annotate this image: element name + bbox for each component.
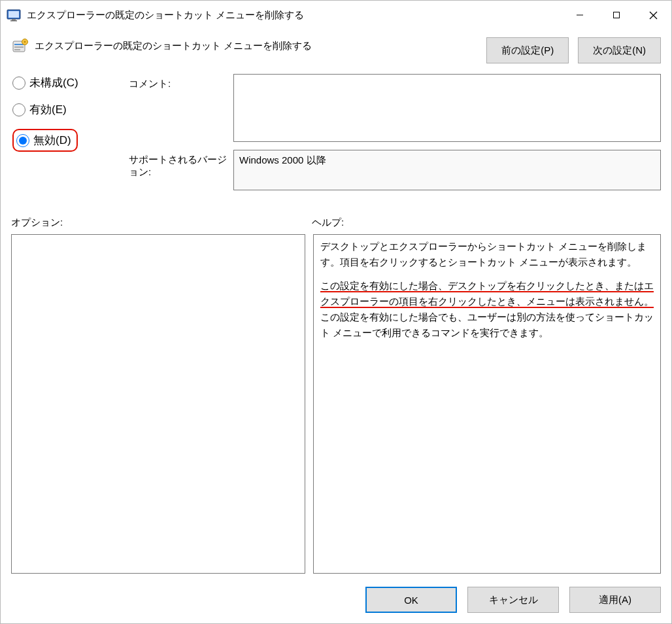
previous-setting-button[interactable]: 前の設定(P) xyxy=(486,37,569,63)
radio-disabled[interactable]: 無効(D) xyxy=(16,133,71,148)
radio-not-configured-label: 未構成(C) xyxy=(29,75,78,90)
close-button[interactable] xyxy=(635,1,671,29)
svg-rect-1 xyxy=(8,11,19,18)
supported-on-box: Windows 2000 以降 xyxy=(233,150,661,190)
panels-row: デスクトップとエクスプローラーからショートカット メニューを削除します。項目を右… xyxy=(11,234,661,574)
radio-disabled-highlight: 無効(D) xyxy=(12,129,78,152)
apply-button[interactable]: 適用(A) xyxy=(569,587,661,613)
svg-rect-2 xyxy=(12,19,16,20)
radio-not-configured-input[interactable] xyxy=(12,77,25,90)
help-paragraph-2b: この設定を有効にした場合でも、ユーザーは別の方法を使ってショートカット メニュー… xyxy=(320,311,654,338)
app-icon xyxy=(6,7,22,23)
titlebar: エクスプローラーの既定のショートカット メニューを削除する xyxy=(1,1,671,29)
options-label: オプション: xyxy=(11,217,312,229)
header-row: エクスプローラーの既定のショートカット メニューを削除する 前の設定(P) 次の… xyxy=(11,37,661,63)
radio-enabled-label: 有効(E) xyxy=(29,102,67,117)
content-area: エクスプローラーの既定のショートカット メニューを削除する 前の設定(P) 次の… xyxy=(1,29,671,623)
help-panel[interactable]: デスクトップとエクスプローラーからショートカット メニューを削除します。項目を右… xyxy=(313,234,661,574)
options-panel[interactable] xyxy=(11,234,305,574)
radio-disabled-input[interactable] xyxy=(16,134,29,147)
svg-rect-11 xyxy=(14,49,20,50)
comment-textarea[interactable] xyxy=(233,74,661,142)
help-paragraph-1: デスクトップとエクスプローラーからショートカット メニューを削除します。項目を右… xyxy=(320,239,654,270)
radio-enabled[interactable]: 有効(E) xyxy=(12,102,129,117)
comment-label: コメント: xyxy=(129,74,233,90)
supported-label: サポートされるバージョン: xyxy=(129,150,233,179)
supported-on-value: Windows 2000 以降 xyxy=(239,154,326,165)
comment-value xyxy=(234,75,660,82)
next-setting-button[interactable]: 次の設定(N) xyxy=(578,37,661,63)
help-underlined-text: この設定を有効にした場合、デスクトップを右クリックしたとき、またはエクスプローラ… xyxy=(320,280,654,308)
svg-rect-9 xyxy=(14,44,24,45)
svg-rect-3 xyxy=(10,20,17,22)
state-radio-group: 未構成(C) 有効(E) 無効(D) xyxy=(11,74,129,152)
ok-button[interactable]: OK xyxy=(365,587,457,613)
maximize-button[interactable] xyxy=(598,1,635,29)
minimize-button[interactable] xyxy=(562,1,598,29)
policy-icon xyxy=(11,37,29,56)
svg-point-13 xyxy=(24,41,26,43)
radio-enabled-input[interactable] xyxy=(12,103,25,116)
svg-rect-5 xyxy=(614,12,620,18)
policy-title: エクスプローラーの既定のショートカット メニューを削除する xyxy=(35,37,477,52)
dialog-buttons: OK キャンセル 適用(A) xyxy=(11,574,661,613)
help-label: ヘルプ: xyxy=(312,217,661,229)
settings-grid: 未構成(C) 有効(E) 無効(D) コメント: サポートされるバージョン: xyxy=(11,74,661,198)
svg-rect-10 xyxy=(14,46,24,48)
window-title: エクスプローラーの既定のショートカット メニューを削除する xyxy=(27,9,562,22)
radio-disabled-label: 無効(D) xyxy=(33,133,71,148)
help-paragraph-2: この設定を有効にした場合、デスクトップを右クリックしたとき、またはエクスプローラ… xyxy=(320,278,654,341)
radio-not-configured[interactable]: 未構成(C) xyxy=(12,75,129,90)
window-controls xyxy=(562,1,671,29)
cancel-button[interactable]: キャンセル xyxy=(467,587,559,613)
policy-window: エクスプローラーの既定のショートカット メニューを削除する xyxy=(0,0,672,624)
panel-labels: オプション: ヘルプ: xyxy=(11,217,661,229)
